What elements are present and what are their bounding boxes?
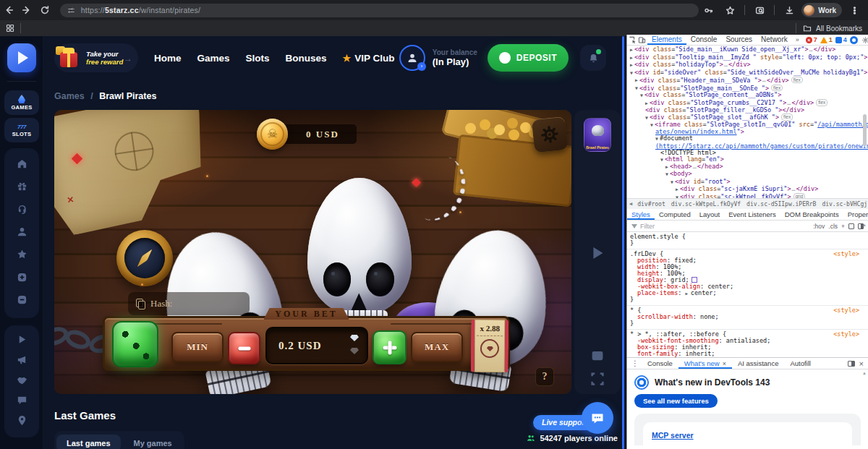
css-line[interactable]: } — [627, 240, 868, 247]
fullscreen-icon[interactable] — [590, 372, 605, 389]
drawer-tab[interactable]: Autofill × — [784, 358, 817, 369]
styles-filter-input[interactable]: Filter — [640, 223, 655, 230]
decrease-bet-button[interactable] — [228, 332, 260, 364]
site-logo[interactable] — [7, 43, 36, 72]
password-key-icon[interactable] — [699, 3, 718, 17]
multiplier-ticket[interactable]: x 2.88 — [471, 320, 509, 372]
toggle-hover-button[interactable]: :hov — [813, 223, 825, 230]
drawer-tab[interactable]: Console × — [642, 358, 678, 369]
profile-icon[interactable] — [17, 226, 27, 240]
deposit-plus-icon[interactable] — [17, 272, 27, 286]
dom-tree-line[interactable]: <!DOCTYPE html> — [627, 150, 868, 156]
breadcrumb-games[interactable]: Games — [54, 91, 85, 101]
drawer-close-icon[interactable]: × — [856, 359, 867, 368]
location-pin-icon[interactable] — [17, 415, 27, 429]
dom-tree-line[interactable]: ▼<div class="SlotPage_content__aOBNs"> — [627, 92, 868, 99]
rendering-icon[interactable] — [848, 223, 854, 229]
site-settings-icon[interactable] — [67, 7, 75, 14]
breadcrumb-left-arrow[interactable]: ◀ — [627, 201, 634, 207]
drawer-tab[interactable]: What's new × — [678, 358, 732, 369]
games-tab[interactable]: My games — [124, 435, 182, 449]
profile-chip[interactable]: Work — [801, 3, 842, 17]
game-settings-button[interactable] — [532, 116, 569, 153]
drawer-menu-icon[interactable]: ⋮ — [629, 359, 642, 367]
free-reward-banner[interactable]: Take your free reward → — [54, 43, 138, 72]
dom-tree-line[interactable]: ▶<div class="Side_main__iKuwn Side_open_… — [627, 46, 868, 54]
issues-badge[interactable]: 4 — [835, 36, 847, 43]
devtools-tab[interactable]: Console — [686, 35, 722, 45]
new-style-rule-button[interactable]: + — [841, 223, 845, 230]
help-button[interactable]: ? — [535, 367, 554, 386]
nav-link[interactable]: ★ Games — [197, 53, 230, 64]
user-avatar[interactable]: › — [399, 45, 425, 71]
scroll-up-icon[interactable]: ▲ — [862, 223, 867, 227]
styles-tab[interactable]: Event Listeners — [724, 209, 780, 220]
css-line[interactable]: } — [627, 320, 868, 327]
increase-bet-button[interactable] — [373, 330, 407, 364]
dom-tree-line[interactable]: ▶<head>…</head> — [627, 163, 868, 171]
handshake-icon[interactable] — [17, 375, 27, 388]
css-line[interactable] — [627, 249, 868, 249]
nav-link[interactable]: ★ VIP Club — [343, 53, 395, 64]
dom-tree-line[interactable]: ▶<div class="Header_main__SDeVa ">…</div… — [627, 77, 868, 85]
styles-tab[interactable]: Properties — [843, 209, 868, 220]
min-bet-button[interactable]: MIN — [171, 332, 224, 362]
css-line[interactable]: scrollbar-width: none; — [627, 314, 868, 320]
games-tab[interactable]: Last games — [56, 435, 121, 449]
inspect-element-icon[interactable] — [629, 35, 637, 45]
devtools-tab[interactable]: Sources — [721, 35, 757, 45]
nav-link[interactable]: ★ Home — [154, 53, 182, 64]
warning-badge[interactable]: 1 — [820, 36, 833, 43]
favorites-star-icon[interactable] — [17, 249, 27, 262]
chat-icon[interactable] — [17, 395, 27, 409]
deposit-button[interactable]: + DEPOSIT — [488, 44, 569, 72]
styles-tab[interactable]: Computed — [655, 209, 695, 220]
css-line[interactable]: place-items: ▶ center; — [627, 290, 868, 296]
tab-groups-icon[interactable] — [6, 24, 14, 33]
reload-icon[interactable] — [36, 3, 54, 17]
chat-fab-button[interactable] — [582, 402, 613, 434]
brand-play-icon[interactable] — [590, 246, 605, 263]
css-line[interactable]: element.style { — [627, 234, 868, 240]
game-thumbnail[interactable]: Brawl Pirates — [584, 118, 611, 152]
notifications-button[interactable] — [580, 45, 606, 71]
tab-search-icon[interactable] — [750, 3, 769, 17]
bet-amount-field[interactable]: 0.2 USD — [265, 327, 368, 364]
page-scrollbar[interactable] — [622, 36, 624, 449]
css-line[interactable] — [627, 305, 868, 306]
forward-icon[interactable] — [18, 3, 36, 17]
element-breadcrumb[interactable]: div.sc-dSIIpw.iPERrB — [744, 201, 819, 208]
roll-dice-button[interactable] — [112, 321, 158, 367]
mcp-server-link[interactable]: MCP server — [652, 431, 694, 440]
back-icon[interactable] — [0, 3, 18, 17]
gem-down-icon[interactable] — [350, 348, 359, 354]
nav-link[interactable]: ★ Bonuses — [286, 53, 327, 64]
dom-scrollbar[interactable] — [863, 114, 867, 146]
more-tabs-icon[interactable]: » — [793, 36, 801, 43]
styles-tab[interactable]: DOM Breakpoints — [780, 209, 843, 220]
dom-tree-line[interactable]: ▶<div class="sc-jaKxmE iSupri">…</div> — [627, 186, 868, 193]
element-breadcrumb[interactable]: div#root — [634, 201, 668, 208]
styles-tab[interactable]: Styles — [627, 209, 655, 220]
devtools-sync-icon[interactable] — [848, 35, 859, 45]
dom-tree-line[interactable]: ▼<html lang="en"> — [627, 156, 868, 163]
browser-menu-icon[interactable] — [845, 3, 864, 17]
downloads-icon[interactable] — [780, 3, 799, 17]
sidebar-item-games[interactable]: GAMES — [4, 90, 39, 115]
nav-link[interactable]: ★ Slots — [246, 53, 270, 64]
device-toolbar-icon[interactable] — [638, 35, 646, 45]
css-line[interactable] — [627, 329, 868, 330]
dock-side-icon[interactable] — [848, 361, 855, 367]
css-line[interactable]: } — [627, 296, 868, 303]
devtools-tab[interactable]: Elements — [647, 35, 686, 45]
megaphone-icon[interactable] — [17, 354, 27, 368]
gem-up-icon[interactable] — [350, 335, 359, 341]
element-breadcrumb[interactable]: div.sc-kWtpeL.fkOyVf — [668, 201, 744, 208]
support-agent-icon[interactable] — [17, 204, 27, 218]
dom-tree-line[interactable]: ▶<div class="holidayTop">…</div> — [627, 61, 868, 69]
gift-icon[interactable] — [17, 181, 27, 194]
dom-tree-line[interactable]: ▼<body> — [627, 171, 868, 178]
dom-tree-line[interactable]: ▼<div id="sideOver" class="Side_withSide… — [627, 69, 868, 77]
brand-play-icon[interactable] — [17, 334, 27, 348]
bookmark-star-icon[interactable] — [720, 3, 739, 17]
